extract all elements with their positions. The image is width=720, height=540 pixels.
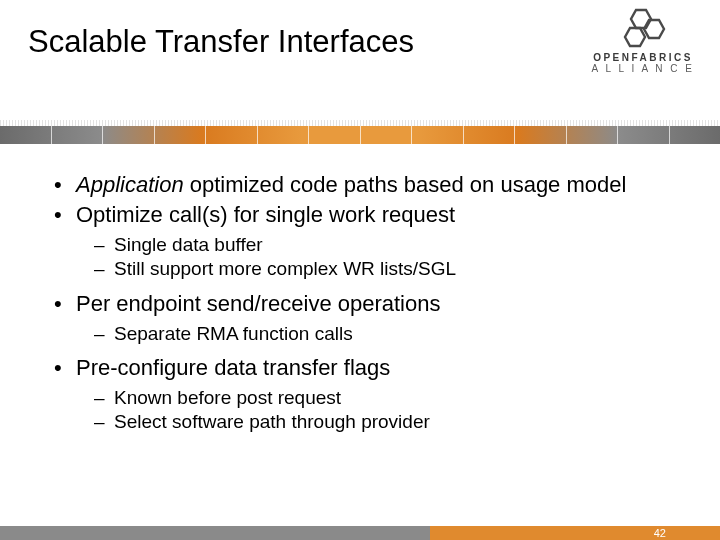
brand-logo: OPENFABRICS A L L I A N C E <box>578 8 708 74</box>
list-item: Single data buffer <box>94 234 668 256</box>
svg-marker-0 <box>631 10 651 28</box>
divider-band <box>0 126 720 144</box>
list-item: Still support more complex WR lists/SGL <box>94 258 668 280</box>
emphasis: Application <box>76 172 184 197</box>
slide-body: Application optimized code paths based o… <box>0 144 720 434</box>
hex-cluster-icon <box>616 8 670 50</box>
list-item: Known before post request <box>94 387 668 409</box>
svg-marker-2 <box>625 28 645 46</box>
list-item: Per endpoint send/receive operations Sep… <box>52 291 668 345</box>
list-item: Separate RMA function calls <box>94 323 668 345</box>
svg-marker-1 <box>644 20 664 38</box>
page-number: 42 <box>654 527 666 539</box>
list-item: Application optimized code paths based o… <box>52 172 668 198</box>
sub-list: Known before post request Select softwar… <box>76 387 668 434</box>
slide: Scalable Transfer Interfaces OPENFABRICS… <box>0 0 720 540</box>
list-item: Pre-configure data transfer flags Known … <box>52 355 668 434</box>
sub-list: Separate RMA function calls <box>76 323 668 345</box>
list-item: Optimize call(s) for single work request… <box>52 202 668 281</box>
bullet-list: Application optimized code paths based o… <box>52 172 668 434</box>
logo-text: OPENFABRICS A L L I A N C E <box>578 52 708 74</box>
list-item: Select software path through provider <box>94 411 668 433</box>
footer-bar <box>0 526 720 540</box>
sub-list: Single data buffer Still support more co… <box>76 234 668 281</box>
divider-dashes <box>0 120 720 126</box>
slide-header: Scalable Transfer Interfaces OPENFABRICS… <box>0 0 720 118</box>
